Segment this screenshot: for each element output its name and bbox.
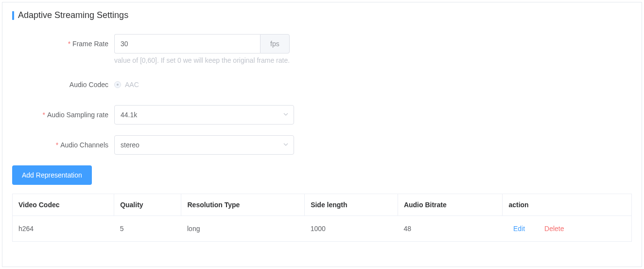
section-title: Adaptive Streaming Settings — [12, 10, 632, 20]
col-side-length: Side length — [305, 194, 398, 216]
required-icon: * — [68, 40, 70, 48]
add-representation-button[interactable]: Add Representation — [12, 165, 92, 185]
section-title-bar-icon — [12, 11, 14, 20]
delete-link[interactable]: Delete — [544, 225, 564, 233]
table-row: h264 5 long 1000 48 Edit Delete — [13, 216, 632, 242]
frame-rate-input[interactable] — [114, 34, 260, 54]
edit-link[interactable]: Edit — [513, 225, 525, 233]
cell-audio-bitrate: 48 — [398, 216, 503, 242]
audio-channels-label: *Audio Channels — [12, 135, 114, 155]
audio-codec-radio-aac[interactable]: AAC — [114, 75, 139, 94]
required-icon: * — [56, 141, 58, 149]
audio-sampling-rate-control: 44.1k — [114, 105, 294, 125]
chevron-down-icon — [283, 141, 289, 149]
audio-codec-control: AAC — [114, 75, 139, 94]
col-quality: Quality — [114, 194, 181, 216]
frame-rate-label: *Frame Rate — [12, 34, 114, 54]
frame-rate-row: *Frame Rate fps value of [0,60]. If set … — [12, 34, 632, 64]
audio-codec-row: Audio Codec AAC — [12, 75, 632, 94]
audio-channels-select[interactable]: stereo — [114, 135, 294, 155]
table-header-row: Video Codec Quality Resolution Type Side… — [13, 194, 632, 216]
col-resolution-type: Resolution Type — [181, 194, 305, 216]
frame-rate-control: fps value of [0,60]. If set 0 we will ke… — [114, 34, 290, 64]
col-video-codec: Video Codec — [13, 194, 114, 216]
cell-action: Edit Delete — [503, 216, 632, 242]
chevron-down-icon — [283, 111, 289, 119]
audio-channels-row: *Audio Channels stereo — [12, 135, 632, 155]
cell-side-length: 1000 — [305, 216, 398, 242]
representations-table: Video Codec Quality Resolution Type Side… — [12, 194, 632, 242]
audio-channels-control: stereo — [114, 135, 294, 155]
audio-codec-option-label: AAC — [125, 81, 139, 89]
cell-resolution-type: long — [181, 216, 305, 242]
frame-rate-hint: value of [0,60]. If set 0 we will keep t… — [114, 56, 290, 64]
radio-icon — [114, 81, 121, 88]
audio-sampling-rate-row: *Audio Sampling rate 44.1k — [12, 105, 632, 125]
required-icon: * — [42, 111, 45, 119]
section-title-text: Adaptive Streaming Settings — [18, 10, 128, 20]
audio-channels-value: stereo — [121, 141, 139, 149]
audio-sampling-rate-label: *Audio Sampling rate — [12, 105, 114, 125]
audio-sampling-rate-select[interactable]: 44.1k — [114, 105, 294, 125]
frame-rate-unit: fps — [260, 34, 290, 54]
adaptive-streaming-settings-panel: Adaptive Streaming Settings *Frame Rate … — [2, 2, 642, 267]
cell-quality: 5 — [114, 216, 181, 242]
cell-video-codec: h264 — [13, 216, 114, 242]
audio-codec-label: Audio Codec — [12, 75, 114, 94]
col-audio-bitrate: Audio Bitrate — [398, 194, 503, 216]
col-action: action — [503, 194, 632, 216]
frame-rate-input-group: fps — [114, 34, 290, 54]
audio-sampling-rate-value: 44.1k — [121, 111, 137, 119]
